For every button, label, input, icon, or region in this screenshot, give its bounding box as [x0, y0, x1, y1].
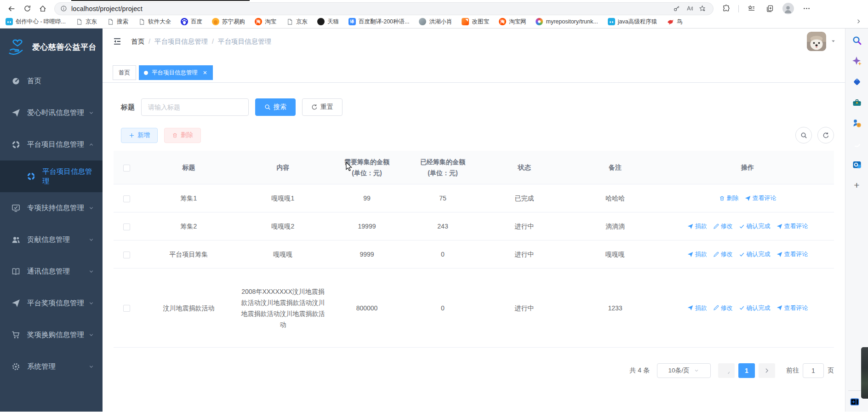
bookmark-item[interactable]: myrepository/trunk...	[536, 18, 598, 25]
refresh-table-icon[interactable]	[817, 127, 834, 143]
row-checkbox[interactable]	[123, 195, 130, 202]
chevron-down-icon	[88, 364, 94, 370]
sidebar-item-system[interactable]: 系统管理	[0, 351, 103, 383]
page-number-button[interactable]: 1	[738, 363, 755, 378]
bookmark-item[interactable]: 淘宝网	[499, 18, 526, 26]
cell-operations: 删除 查看评论	[661, 189, 834, 207]
browser-chrome: localhost/project/project 创作中心 - 哔哩哔... …	[0, 0, 868, 29]
bookmark-item[interactable]: 天猫	[317, 18, 339, 26]
next-page-button[interactable]	[759, 363, 775, 378]
bookmark-item[interactable]: 淘宝	[255, 18, 276, 26]
bookmark-item[interactable]: 创作中心 - 哔哩哔...	[6, 18, 66, 26]
add-favorite-icon[interactable]	[696, 3, 708, 14]
view-comments-link[interactable]: 查看评论	[777, 221, 808, 232]
microsoft365-icon[interactable]	[851, 138, 862, 149]
sidebar-item-news[interactable]: 爱心时讯信息管理	[0, 97, 103, 129]
address-bar[interactable]: localhost/project/project	[54, 2, 714, 15]
add-button[interactable]: 新增	[121, 128, 158, 143]
sidebar-item-home[interactable]: 首页	[0, 65, 103, 97]
page-size-select[interactable]: 10条/页	[657, 363, 711, 378]
translate-icon	[348, 18, 356, 25]
row-checkbox[interactable]	[123, 252, 130, 258]
browser-toolbar: localhost/project/project	[0, 0, 868, 16]
sidebar-item-communication[interactable]: 通讯信息管理	[0, 256, 103, 287]
extensions-icon[interactable]	[718, 2, 734, 15]
bookmark-item[interactable]: 苏宁易购	[212, 18, 245, 26]
favorites-icon[interactable]	[743, 2, 759, 15]
confirm-complete-link[interactable]: 确认完成	[739, 249, 771, 260]
home-icon[interactable]	[35, 2, 51, 15]
col-operation: 操作	[661, 158, 834, 177]
edit-link[interactable]: 修改	[713, 249, 733, 260]
bookmark-item[interactable]: 京东	[286, 18, 308, 26]
cell-title: 汶川地震捐款活动	[139, 299, 238, 317]
sidebar-subitem-projects-active[interactable]: 平台项目信息管理	[0, 160, 103, 192]
bookmark-item[interactable]: 百度翻译-200种语...	[348, 18, 409, 26]
search-button[interactable]: 搜索	[255, 98, 296, 116]
bookmark-item[interactable]: 京东	[75, 18, 97, 26]
add-icon[interactable]: +	[851, 180, 862, 191]
sidebar-item-projects[interactable]: 平台项目信息管理	[0, 129, 103, 160]
bookmark-item[interactable]: 洪湖小肖	[419, 18, 452, 26]
show-search-icon[interactable]	[795, 127, 812, 143]
chevron-down-icon	[88, 110, 94, 116]
caret-down-icon	[831, 39, 836, 44]
breadcrumb-parent[interactable]: 平台项目信息管理	[154, 37, 208, 46]
cell-status: 已完成	[480, 189, 569, 207]
goto-page-input[interactable]	[803, 363, 824, 378]
donate-link[interactable]: 捐款	[687, 249, 707, 260]
toolbox-icon[interactable]	[851, 97, 862, 108]
site-info-icon[interactable]	[60, 5, 67, 12]
title-search-input[interactable]	[141, 98, 249, 116]
bookmark-item[interactable]: 鸟	[667, 18, 683, 26]
prev-page-button[interactable]	[718, 363, 735, 378]
row-checkbox[interactable]	[123, 223, 130, 230]
bookmark-item[interactable]: 百度	[181, 18, 202, 26]
bookmark-item[interactable]: 改图宝	[462, 18, 489, 26]
password-key-icon[interactable]	[670, 3, 683, 14]
cell-content: 嘎嘎嘎	[238, 245, 328, 263]
view-comments-link[interactable]: 查看评论	[777, 249, 808, 260]
select-all-checkbox[interactable]	[123, 165, 130, 172]
games-icon[interactable]	[851, 118, 862, 129]
browser-menu-icon[interactable]	[799, 2, 814, 15]
confirm-complete-link[interactable]: 确认完成	[739, 303, 771, 314]
breadcrumb-home[interactable]: 首页	[131, 37, 144, 46]
shopping-icon[interactable]	[851, 76, 862, 87]
bookmark-item[interactable]: 软件大全	[138, 18, 171, 26]
view-comments-link[interactable]: 查看评论	[745, 193, 777, 204]
donate-link[interactable]: 捐款	[687, 221, 707, 232]
back-icon[interactable]	[4, 2, 19, 15]
cell-raised: 0	[406, 245, 480, 263]
toolbar-right	[718, 2, 814, 15]
bookmark-item[interactable]: java高级程序猿	[608, 18, 657, 26]
sidebar-item-redeem[interactable]: 奖项换购信息管理	[0, 319, 103, 351]
sidebar-item-awards[interactable]: 平台奖项信息管理	[0, 287, 103, 319]
edit-link[interactable]: 修改	[713, 303, 733, 314]
edit-link[interactable]: 修改	[713, 221, 733, 232]
confirm-complete-link[interactable]: 确认完成	[739, 221, 771, 232]
bookmark-item[interactable]: 搜索	[107, 18, 128, 26]
reload-icon[interactable]	[19, 2, 35, 15]
sidebar-item-support[interactable]: 专项扶持信息管理	[0, 192, 103, 224]
tab-platform-projects[interactable]: 平台项目信息管理	[139, 65, 213, 80]
outlook-icon[interactable]	[851, 159, 862, 170]
sidebar-item-contribution[interactable]: 贡献信息管理	[0, 224, 103, 256]
user-menu[interactable]	[807, 32, 836, 51]
view-comments-link[interactable]: 查看评论	[777, 303, 808, 314]
search-icon[interactable]	[851, 35, 862, 46]
collections-icon[interactable]	[762, 2, 777, 15]
bookmarks-overflow-icon[interactable]	[856, 18, 862, 25]
copilot-icon[interactable]	[851, 56, 862, 67]
reset-button[interactable]: 重置	[302, 98, 343, 116]
open-panel-icon[interactable]	[849, 396, 860, 407]
close-tab-icon[interactable]	[202, 70, 208, 75]
delete-row-link[interactable]: 删除	[719, 193, 739, 204]
delete-button[interactable]: 删除	[164, 128, 201, 143]
row-checkbox[interactable]	[123, 305, 130, 312]
read-aloud-icon[interactable]	[683, 3, 696, 14]
collapse-sidebar-icon[interactable]	[113, 37, 122, 46]
browser-profile-avatar[interactable]	[780, 2, 796, 15]
tab-home[interactable]: 首页	[113, 65, 136, 80]
donate-link[interactable]: 捐款	[687, 303, 707, 314]
